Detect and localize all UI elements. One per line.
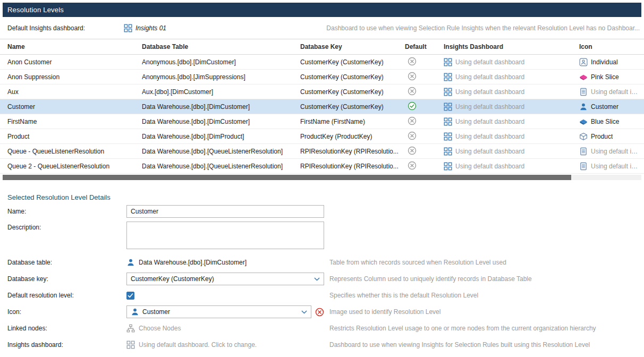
row-icon: Product [579,132,644,141]
default-dashboard-row: Default Insights dashboard: Insights 01 … [0,17,644,39]
table-row[interactable]: Queue - QueueListenerResolutionData Ware… [0,144,644,159]
table-row[interactable]: CustomerData Warehouse.[dbo].[DimCustome… [0,99,644,114]
default-resolution-checkbox[interactable] [126,292,134,300]
database-key-select[interactable]: CustomerKey (CustomerKey) [126,273,324,285]
row-database-table: Data Warehouse.[dbo].[DimProduct] [142,133,300,140]
dashboard-icon [444,147,452,156]
row-database-table: Data Warehouse.[dbo].[DimCustomer] [142,118,300,125]
customer-person-icon [131,308,139,316]
clear-icon-button[interactable] [315,308,324,317]
row-database-key: CustomerKey (CustomerKey) [300,73,405,81]
icon-description: Image used to identify Resolution Level [329,308,440,316]
choose-nodes-button[interactable]: Choose Nodes [126,324,181,333]
row-default [405,72,444,82]
column-header-name[interactable]: Name [7,43,142,50]
row-icon: Using default icon [579,162,644,171]
database-table-label: Database table: [7,259,126,266]
row-insights-dashboard: Using default dashboard [444,132,579,141]
icon-label: Icon: [7,308,126,316]
row-database-key: RPIResolutionKey (RPIResolutio... [300,163,405,170]
horizontal-scrollbar[interactable] [3,175,641,180]
database-table-value: Data Warehouse.[dbo].[DimCustomer] [139,259,247,266]
table-row[interactable]: Anon CustomerAnonymous.[dbo].[DimCustome… [0,55,644,70]
row-default [405,87,444,97]
row-insights-dashboard: Using default dashboard [444,117,579,126]
choose-nodes-label: Choose Nodes [139,325,181,332]
row-name: Queue - QueueListenerResolution [7,148,142,155]
dashboard-icon [444,73,452,81]
table-row[interactable]: AuxAux.[dbo].[DimCustomer]CustomerKey (C… [0,84,644,99]
row-name: Queue 2 - QueueListenerResolution [7,163,142,170]
column-header-database-table[interactable]: Database Table [142,43,300,50]
row-icon: Pink Slice [579,73,644,81]
row-insights-dashboard: Using default dashboard [444,73,579,81]
dashboard-icon [444,162,452,171]
row-name: Aux [7,88,142,96]
default-dashboard-description: Dashboard to use when viewing Selection … [326,24,640,32]
table-header: Name Database Table Database Key Default… [0,39,644,55]
cross-circle-icon [408,131,417,140]
dashboard-icon [444,117,452,126]
insights-dashboard-description: Dashboard to use when viewing Insights f… [329,341,590,348]
details-section-title: Selected Resolution Level Details [7,193,644,201]
field-description: Description: [0,222,644,249]
column-header-insights-dashboard[interactable]: Insights Dashboard [444,43,579,50]
panel-title: Resolution Levels [7,6,64,14]
row-insights-dashboard: Using default dashboard [444,103,579,111]
column-header-default[interactable]: Default [405,43,444,50]
table-body: Anon CustomerAnonymous.[dbo].[DimCustome… [0,55,644,174]
row-insights-dashboard: Using default dashboard [444,58,579,66]
default-dashboard-label: Default Insights dashboard: [7,24,124,32]
row-name: FirstName [7,118,142,125]
customer-person-icon [126,258,135,267]
row-insights-dashboard: Using default dashboard [444,162,579,171]
insights-dashboard-label: Insights dashboard: [7,341,126,348]
dashboard-icon [444,88,452,96]
table-row[interactable]: FirstNameData Warehouse.[dbo].[DimCustom… [0,114,644,129]
row-icon: Blue Slice [579,117,644,126]
row-database-table: Data Warehouse.[dbo].[QueueListenerResol… [142,163,300,170]
row-name: Anon Suppression [7,73,142,81]
row-default [405,116,444,127]
linked-nodes-description: Restricts Resolution Level usage to one … [329,325,596,332]
name-input[interactable] [126,205,324,218]
dashboard-icon [444,58,452,66]
row-database-table: Data Warehouse.[dbo].[DimCustomer] [142,103,300,110]
column-header-database-key[interactable]: Database Key [300,43,405,50]
field-icon: Icon: Customer Image used to identify Re… [0,305,644,318]
row-icon: Customer [579,103,644,111]
icon-select[interactable]: Customer [126,305,311,318]
dashboard-icon [126,341,135,349]
individual-icon [579,58,588,66]
description-label: Description: [7,222,126,231]
cross-circle-icon [408,72,417,81]
row-database-table: Data Warehouse.[dbo].[QueueListenerResol… [142,148,300,155]
chevron-down-icon [301,310,307,314]
row-database-key: RPIResolutionKey (RPIResolutio... [300,148,405,155]
blue-slice-icon [579,117,588,126]
cross-circle-icon [408,161,417,170]
database-key-description: Represents Column used to uniquely ident… [329,275,532,283]
row-default [405,146,444,157]
product-icon [579,132,588,141]
table-row[interactable]: Queue 2 - QueueListenerResolutionData Wa… [0,159,644,174]
column-header-icon[interactable]: Icon [579,43,644,50]
row-icon: Using default icon [579,88,644,96]
database-key-label: Database key: [7,275,126,283]
insights-dashboard-button[interactable]: Using default dashboard. Click to change… [126,341,257,349]
row-icon: Using default icon [579,147,644,156]
description-input[interactable] [126,222,324,249]
scrollbar-thumb[interactable] [3,175,571,180]
dashboard-icon [444,103,452,111]
row-database-key: CustomerKey (CustomerKey) [300,88,405,96]
row-database-key: ProductKey (ProductKey) [300,133,405,140]
row-database-key: FirstName (FirstName) [300,118,405,125]
table-row[interactable]: ProductData Warehouse.[dbo].[DimProduct]… [0,129,644,144]
linked-nodes-label: Linked nodes: [7,325,126,332]
default-dashboard-value[interactable]: Insights 01 [135,24,166,32]
row-default [405,101,444,112]
row-name: Anon Customer [7,58,142,66]
row-default [405,131,444,142]
table-row[interactable]: Anon SuppressionAnonymous.[dbo].[JimSupp… [0,70,644,84]
customer-person-icon [579,103,588,111]
